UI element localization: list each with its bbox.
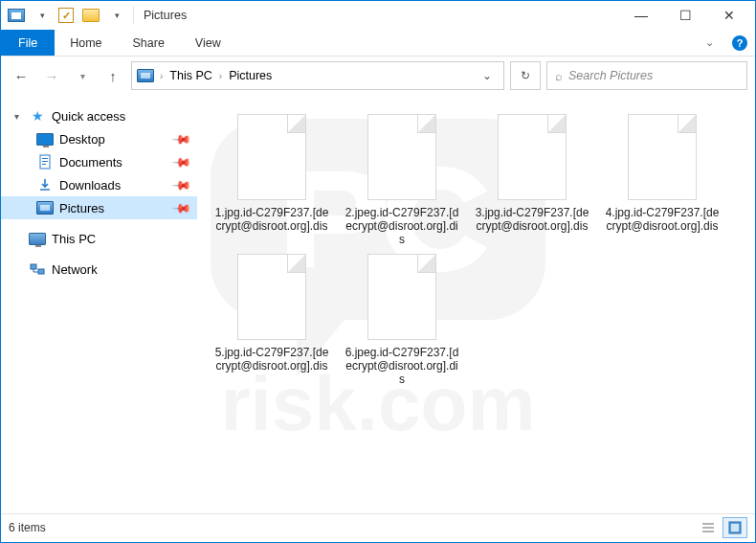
file-name: 5.jpg.id-C279F237.[decrypt@disroot.org].… [214,346,329,373]
chevron-down-icon: ▾ [14,111,28,122]
title-bar: ▾ ✓ ▾ Pictures — ☐ ✕ [1,1,755,30]
explorer-icon[interactable] [5,5,28,26]
file-item[interactable]: 6.jpeg.id-C279F237.[decrypt@disroot.org]… [345,252,459,386]
address-bar[interactable]: › This PC › Pictures ⌄ [131,61,504,90]
sidebar-item-label: Pictures [59,201,104,215]
file-list-pane[interactable]: 1.jpg.id-C279F237.[decrypt@disroot.org].… [197,95,755,513]
sidebar-item-label: Downloads [59,178,121,192]
file-item[interactable]: 1.jpg.id-C279F237.[decrypt@disroot.org].… [214,112,329,246]
files-grid: 1.jpg.id-C279F237.[decrypt@disroot.org].… [214,112,755,386]
help-icon: ? [732,35,747,51]
qat-overflow[interactable]: ▾ [104,5,127,26]
this-pc-icon [28,231,47,246]
sidebar-network[interactable]: ▸ Network [1,258,197,281]
file-name: 3.jpg.id-C279F237.[decrypt@disroot.org].… [475,206,589,233]
file-item[interactable]: 2.jpeg.id-C279F237.[decrypt@disroot.org]… [345,112,459,246]
details-view-button[interactable] [696,517,721,538]
sidebar-item-label: Desktop [59,132,105,147]
qat-folder-icon[interactable] [79,5,102,26]
file-item[interactable]: 4.jpg.id-C279F237.[decrypt@disroot.org].… [605,112,720,246]
file-name: 2.jpeg.id-C279F237.[decrypt@disroot.org]… [345,206,459,246]
properties-checkbox[interactable]: ✓ [55,5,78,26]
chevron-right-icon[interactable]: › [217,71,224,81]
sidebar-item-label: Documents [59,155,122,170]
svg-rect-4 [42,164,46,165]
file-thumbnail-icon [628,114,697,200]
minimize-button[interactable]: — [619,1,663,30]
sidebar-item-documents[interactable]: Documents 📌 [1,150,197,173]
svg-rect-11 [731,524,739,532]
sidebar-item-downloads[interactable]: Downloads 📌 [1,173,197,196]
file-name: 6.jpeg.id-C279F237.[decrypt@disroot.org]… [345,346,459,386]
desktop-icon [35,131,55,147]
tab-share[interactable]: Share [118,30,180,56]
pin-icon: 📌 [171,174,192,195]
sidebar-item-pictures[interactable]: Pictures 📌 [1,196,197,219]
item-count: 6 items [9,521,46,534]
ribbon-expand-button[interactable]: ⌄ [694,30,724,56]
documents-icon [35,154,55,170]
breadcrumb-this-pc[interactable]: This PC [165,69,216,82]
refresh-button[interactable]: ↻ [510,61,541,90]
breadcrumb-pictures[interactable]: Pictures [224,69,277,82]
pictures-icon [35,200,55,215]
file-thumbnail-icon [367,114,436,200]
pin-icon: 📌 [171,197,192,218]
help-button[interactable]: ? [724,30,755,56]
sidebar-item-label: Network [52,262,98,277]
body: ▾ ★ Quick access Desktop 📌 Documents 📌 [1,95,755,513]
location-pictures-icon [136,68,155,83]
search-icon: ⌕ [555,69,563,83]
sidebar-item-desktop[interactable]: Desktop 📌 [1,127,197,150]
pin-icon: 📌 [171,151,192,172]
up-button[interactable]: ↑ [100,63,125,88]
separator [133,7,134,24]
chevron-right-icon[interactable]: › [158,71,165,81]
file-name: 4.jpg.id-C279F237.[decrypt@disroot.org].… [605,206,720,233]
tab-home[interactable]: Home [55,30,117,56]
sidebar-item-label: Quick access [52,109,125,124]
search-box[interactable]: ⌕ [546,61,747,90]
file-thumbnail-icon [367,254,436,340]
chevron-right-icon: ▸ [14,264,28,275]
file-item[interactable]: 5.jpg.id-C279F237.[decrypt@disroot.org].… [214,252,329,386]
close-button[interactable]: ✕ [707,1,751,30]
status-bar: 6 items [1,513,755,540]
address-dropdown-button[interactable]: ⌄ [475,63,500,88]
tab-view[interactable]: View [180,30,236,56]
address-row: ← → ▾ ↑ › This PC › Pictures ⌄ ↻ ⌕ [1,57,755,95]
search-input[interactable] [568,69,739,82]
file-thumbnail-icon [237,254,306,340]
qat-dropdown[interactable]: ▾ [30,5,53,26]
forward-button[interactable]: → [39,63,64,88]
thumbnails-view-button[interactable] [723,517,747,538]
svg-rect-2 [42,158,48,159]
ribbon-tabs: File Home Share View ⌄ ? [1,30,755,57]
svg-rect-5 [31,264,36,269]
window-controls: — ☐ ✕ [619,1,751,30]
chevron-right-icon: ▸ [14,234,28,244]
file-item[interactable]: 3.jpg.id-C279F237.[decrypt@disroot.org].… [475,112,589,246]
sidebar-item-label: This PC [52,232,96,246]
back-button[interactable]: ← [9,63,33,88]
quick-access-toolbar: ▾ ✓ ▾ [5,5,127,26]
quick-access-star-icon: ★ [28,108,47,124]
sidebar-this-pc[interactable]: ▸ This PC [1,227,197,250]
svg-rect-6 [38,269,44,274]
sidebar-quick-access[interactable]: ▾ ★ Quick access [1,104,197,127]
recent-locations-button[interactable]: ▾ [70,63,95,88]
maximize-button[interactable]: ☐ [663,1,707,30]
file-name: 1.jpg.id-C279F237.[decrypt@disroot.org].… [214,206,329,233]
file-tab[interactable]: File [1,30,55,56]
view-switcher [696,517,747,538]
file-thumbnail-icon [237,114,306,200]
pin-icon: 📌 [171,128,192,149]
downloads-icon [35,177,55,192]
window-title: Pictures [144,9,187,22]
nav-buttons: ← → ▾ ↑ [9,63,125,88]
file-thumbnail-icon [498,114,567,200]
svg-rect-3 [42,161,48,162]
navigation-pane: ▾ ★ Quick access Desktop 📌 Documents 📌 [1,95,197,513]
network-icon [28,261,47,277]
